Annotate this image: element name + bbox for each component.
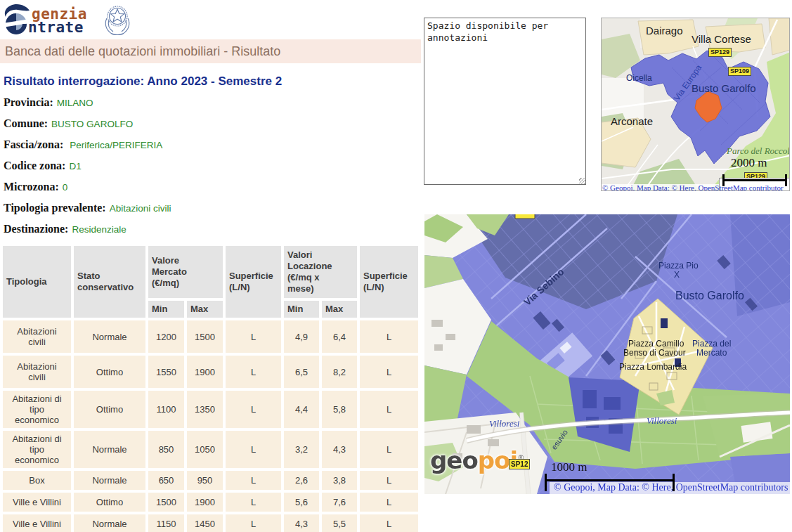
cell-tipologia: Abitazioni civili bbox=[3, 356, 71, 388]
field-label: Fascia/zona: bbox=[4, 138, 63, 150]
cell-vl-min: 4,3 bbox=[284, 514, 319, 532]
cell-vl-max: 4,3 bbox=[322, 431, 357, 468]
map-scale-bar bbox=[545, 479, 675, 481]
cell-vm-max: 950 bbox=[187, 471, 223, 490]
field-value: Abitazioni civili bbox=[110, 203, 171, 214]
col-header-stato: Stato conservativo bbox=[74, 246, 145, 318]
field-label: Comune: bbox=[4, 117, 48, 129]
cell-sup1: L bbox=[226, 431, 281, 468]
col-header-valori-locazione: Valori Locazione (€/mq x mese) bbox=[284, 246, 357, 298]
textarea-resize-handle[interactable] bbox=[579, 178, 585, 184]
cell-sup1: L bbox=[226, 471, 281, 490]
table-row: Ville e VilliniNormale11501450L4,35,5L bbox=[3, 514, 418, 532]
map-label-piazza-camillo-2: Benso di Cavour bbox=[623, 348, 686, 358]
field-fascia-zona: Fascia/zona:Periferica/PERIFERIA bbox=[4, 138, 421, 151]
table-row: BoxNormale650950L2,63,8L bbox=[3, 471, 418, 490]
cell-sup2: L bbox=[360, 320, 418, 353]
map-label-piazza-pio: Piazza Pio bbox=[658, 261, 699, 271]
cell-sup1: L bbox=[226, 493, 281, 512]
col-header-superficie-1: Superficie (L/N) bbox=[226, 246, 281, 318]
cell-vl-min: 4,9 bbox=[284, 320, 319, 353]
table-row: Abitazioni di tipo economicoNormale85010… bbox=[3, 431, 418, 468]
cell-vl-min: 2,6 bbox=[284, 471, 319, 490]
cell-vm-max: 1050 bbox=[187, 431, 223, 468]
map-scale-bar-end bbox=[673, 474, 675, 491]
page-title-banner: Banca dati delle quotazioni immobiliari … bbox=[0, 39, 421, 63]
col-header-min-1: Min bbox=[148, 301, 184, 318]
cell-sup1: L bbox=[226, 320, 281, 353]
map-label-arconate: Arconate bbox=[611, 115, 653, 127]
map-label-parco-del-roccolo: Parco del Roccolo bbox=[727, 145, 790, 157]
geopoi-logo-geo: geo bbox=[430, 446, 478, 474]
cell-vm-min: 1100 bbox=[148, 391, 184, 428]
road-badge-sp12: SP12 bbox=[509, 459, 530, 469]
quotazioni-table: Tipologia Stato conservativo Valore Merc… bbox=[0, 243, 421, 532]
map-label-piazza-lombardia: Piazza Lombardia bbox=[619, 362, 687, 372]
field-label: Microzona: bbox=[4, 181, 59, 193]
detail-map[interactable]: Via Sebino Piazza Pio X Busto Garolfo Pi… bbox=[424, 214, 790, 494]
cell-vl-max: 8,2 bbox=[322, 356, 357, 388]
field-value: 0 bbox=[63, 182, 68, 193]
cell-stato: Normale bbox=[74, 320, 145, 353]
annotations-textarea[interactable]: Spazio disponibile per annotazioni bbox=[424, 18, 586, 185]
map-label-dairago: Dairago bbox=[646, 25, 683, 37]
map-scale-bar-end bbox=[722, 174, 725, 186]
map-label-piazza-pio-x: X bbox=[674, 270, 680, 280]
field-microzona: Microzona:0 bbox=[4, 181, 421, 193]
result-title: Risultato interrogazione: Anno 2023 - Se… bbox=[4, 74, 421, 89]
cell-tipologia: Ville e Villini bbox=[3, 514, 71, 532]
cell-sup2: L bbox=[360, 431, 418, 468]
cell-vm-min: 850 bbox=[148, 431, 184, 468]
cell-sup2: L bbox=[360, 356, 418, 388]
field-codice-zona: Codice zona:D1 bbox=[4, 160, 421, 172]
cell-vl-max: 6,4 bbox=[322, 320, 357, 353]
cell-stato: Ottimo bbox=[74, 493, 145, 512]
cell-stato: Normale bbox=[74, 514, 145, 532]
map-scale-bar-end bbox=[785, 174, 787, 186]
map-attribution: © Geopoi, Map Data: © Here, OpenStreetMa… bbox=[602, 183, 784, 191]
cell-stato: Normale bbox=[74, 471, 145, 490]
table-row: Ville e VilliniOttimo15001900L5,67,6L bbox=[3, 493, 418, 512]
map-scale-text: 2000 m bbox=[731, 156, 767, 170]
cell-vm-min: 1500 bbox=[148, 493, 184, 512]
cell-sup2: L bbox=[360, 471, 418, 490]
col-header-tipologia: Tipologia bbox=[3, 246, 71, 318]
map-label-villa-cortese: Villa Cortese bbox=[692, 33, 751, 45]
agenzia-entrate-logo bbox=[4, 4, 32, 39]
cell-vm-max: 1350 bbox=[187, 391, 223, 428]
cell-vm-max: 1900 bbox=[187, 356, 223, 388]
cell-vl-max: 5,8 bbox=[322, 391, 357, 428]
field-value: BUSTO GAROLFO bbox=[51, 119, 133, 129]
logo-wordmark: genzia ntrate bbox=[32, 8, 87, 34]
cell-sup2: L bbox=[360, 391, 418, 428]
field-value: D1 bbox=[69, 161, 81, 171]
overview-map[interactable]: Dairago Villa Cortese Oicella Busto Garo… bbox=[601, 18, 790, 191]
cell-vl-max: 5,5 bbox=[322, 514, 357, 532]
cell-stato: Ottimo bbox=[74, 356, 145, 388]
cell-tipologia: Abitazioni di tipo economico bbox=[3, 431, 71, 468]
cell-vm-min: 1150 bbox=[148, 514, 184, 532]
map-label-piazza-camillo-1: Piazza Camillo bbox=[628, 339, 684, 349]
map-label-piazza-mercato-2: Mercato bbox=[696, 348, 727, 358]
field-value: Residenziale bbox=[72, 224, 126, 235]
cell-sup2: L bbox=[360, 514, 418, 532]
cell-sup2: L bbox=[360, 493, 418, 512]
map-scale-bar bbox=[722, 179, 787, 181]
cell-sup1: L bbox=[226, 514, 281, 532]
field-label: Tipologia prevalente: bbox=[4, 202, 106, 214]
page-title: Banca dati delle quotazioni immobiliari … bbox=[5, 44, 280, 58]
map-label-busto-garolfo: Busto Garolfo bbox=[675, 290, 744, 302]
cell-vm-max: 1500 bbox=[187, 320, 223, 353]
field-comune: Comune:BUSTO GAROLFO bbox=[4, 117, 421, 130]
cell-vm-max: 1450 bbox=[187, 514, 223, 532]
cell-tipologia: Abitazioni civili bbox=[3, 320, 71, 353]
cell-vm-min: 1200 bbox=[148, 320, 184, 353]
cell-vm-max: 1900 bbox=[187, 493, 223, 512]
italy-emblem-icon bbox=[103, 3, 132, 38]
cell-vm-min: 1550 bbox=[148, 356, 184, 388]
table-row: Abitazioni civiliNormale12001500L4,96,4L bbox=[3, 320, 418, 353]
map-label-busto-garolfo: Busto Garolfo bbox=[692, 82, 756, 94]
cell-tipologia: Ville e Villini bbox=[3, 493, 71, 512]
map-label-villoresi-2: Villoresi bbox=[647, 415, 677, 427]
map-label-piazza-mercato-1: Piazza del bbox=[692, 339, 731, 349]
